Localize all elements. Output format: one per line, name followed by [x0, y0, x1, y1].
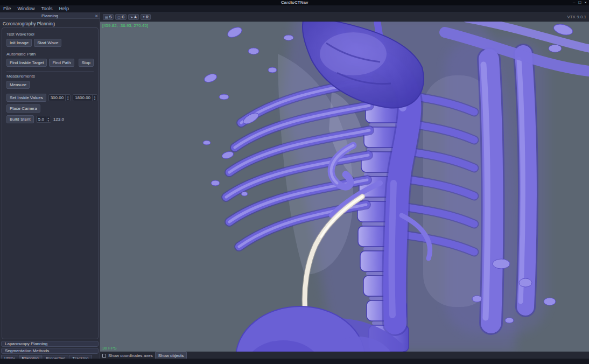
menu-tools[interactable]: Tools: [41, 6, 53, 11]
view-reset-button[interactable]: ● R: [141, 14, 151, 20]
show-axes-label: Show coordinates axes: [108, 353, 153, 358]
sphere-icon: ●: [143, 15, 145, 18]
test-wavetool-label: Test WaveTool: [6, 32, 94, 37]
place-camera-button[interactable]: Place Camera: [6, 104, 40, 113]
viewport-bottom-bar: Show coordinates axes Show objects: [100, 352, 589, 359]
segmentation-section-header[interactable]: Segmentation Methods: [1, 348, 99, 354]
measure-button[interactable]: Measure: [6, 81, 30, 89]
coronarography-section-body: Test WaveTool Init Image Start Wave Auto…: [2, 27, 99, 339]
set-inside-values-button[interactable]: Set Inside Values: [6, 94, 46, 102]
planning-dock-panel: Planning ✕ Coronarography Planning Test …: [0, 12, 100, 360]
stop-button[interactable]: Stop: [79, 59, 94, 67]
window-controls: – □ ×: [573, 0, 587, 5]
cursor-coordinates-readout: [459.82, -36.93, 270.45]: [102, 23, 148, 28]
stent-length-value: 123.0: [53, 117, 64, 122]
window-title: CardioCTNav: [0, 0, 589, 5]
render-viewport[interactable]: [459.82, -36.93, 270.45] 30 FPS: [100, 22, 589, 352]
view-coronal-button[interactable]: ▢ C: [115, 14, 127, 20]
menu-help[interactable]: Help: [59, 6, 69, 11]
show-axes-checkbox[interactable]: [102, 354, 106, 358]
start-wave-button[interactable]: Start Wave: [34, 39, 61, 47]
volume-render-svg: [100, 22, 589, 352]
box-icon: ▢: [117, 15, 121, 19]
find-inside-target-button[interactable]: Find Inside Target: [6, 59, 47, 67]
vtk-version-label: VTK 9.0.1: [567, 12, 586, 22]
menu-file[interactable]: File: [3, 6, 11, 11]
inside-min-value: 300.00: [49, 95, 65, 101]
automatic-path-label: Automatic Path: [6, 52, 94, 57]
titlebar: CardioCTNav – □ ×: [0, 0, 589, 5]
minimize-icon[interactable]: –: [573, 0, 575, 5]
spinner-arrows-icon[interactable]: ▲▼: [65, 95, 70, 101]
inside-max-spinbox[interactable]: 1800.00 ▲▼: [73, 94, 97, 101]
dock-titlebar[interactable]: Planning ✕: [0, 13, 100, 19]
spinner-arrows-icon[interactable]: ▲▼: [46, 116, 51, 122]
window-bottom-strip: [0, 359, 589, 364]
pointer-icon: ➤: [130, 15, 133, 19]
build-stent-button[interactable]: Build Stent: [6, 115, 34, 123]
close-icon[interactable]: ×: [584, 0, 587, 5]
dock-close-icon[interactable]: ✕: [95, 13, 98, 19]
stent-value-spinbox[interactable]: 5.0 ▲▼: [36, 116, 51, 123]
divider: [6, 71, 94, 72]
coronarography-section-header[interactable]: Coronarography Planning: [3, 21, 55, 26]
maximize-icon[interactable]: □: [578, 0, 581, 5]
measurements-label: Measurements: [6, 74, 94, 79]
laparoscopy-section-header[interactable]: Laparoscopy Planning: [1, 341, 99, 347]
menu-bar: File Window Tools Help: [0, 5, 589, 12]
grid-icon: ▤: [105, 15, 108, 19]
stent-value: 5.0: [37, 116, 46, 122]
init-image-button[interactable]: Init Image: [6, 39, 32, 47]
dock-title: Planning: [0, 13, 100, 19]
find-path-button[interactable]: Find Path: [49, 59, 74, 67]
spinner-arrows-icon[interactable]: ▲▼: [92, 95, 97, 101]
application-window: CardioCTNav – □ × File Window Tools Help…: [0, 0, 589, 364]
view-axial-button[interactable]: ➤ A: [128, 14, 139, 20]
menu-window[interactable]: Window: [18, 6, 35, 11]
fps-readout: 30 FPS: [102, 346, 117, 351]
inside-max-value: 1800.00: [73, 95, 92, 101]
inside-min-spinbox[interactable]: 300.00 ▲▼: [48, 94, 71, 101]
viewport-toolbar: ▤ S ▢ C ➤ A ● R VTK 9.0.1: [100, 12, 589, 22]
view-sagittal-button[interactable]: ▤ S: [103, 14, 114, 20]
